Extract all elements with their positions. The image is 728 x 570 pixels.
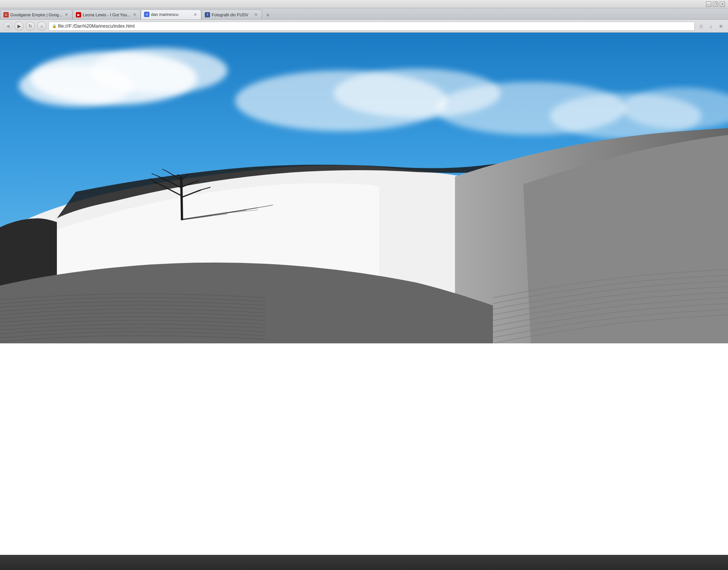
address-bar-right: ☆ ↓ ≡ [697,22,725,30]
url-bar[interactable]: 🔒 file:///F:/Dan%20Marinescu/index.html [49,22,695,31]
minimize-button[interactable]: — [706,2,711,7]
tab-close-leona[interactable]: ✕ [132,12,137,17]
forward-button[interactable]: ▶ [14,22,24,31]
tab-goodgame[interactable]: G Goodgame Empire | Goog... ✕ [0,9,72,19]
tab-close-facebook[interactable]: ✕ [253,12,259,17]
window-controls: — ❐ ✕ [706,2,725,7]
reload-button[interactable]: ↻ [26,22,35,31]
back-button[interactable]: ◀ [3,22,12,31]
home-button[interactable]: ⌂ [37,22,46,31]
svg-line-9 [181,177,182,220]
svg-point-3 [91,48,228,93]
webpage-content: dan marinescu [0,33,728,570]
maximize-button[interactable]: ❐ [713,2,718,7]
bookmark-button[interactable]: ☆ [697,22,705,30]
settings-button[interactable]: ≡ [717,22,725,30]
tab-favicon-leona: ▶ [76,12,81,17]
close-button[interactable]: ✕ [720,2,725,7]
tab-favicon-goodgame: G [3,12,9,17]
title-bar: — ❐ ✕ [0,0,728,8]
tab-label-goodgame: Goodgame Empire | Goog... [10,13,62,17]
url-text: file:///F:/Dan%20Marinescu/index.html [58,23,135,29]
hero-image [0,33,728,343]
url-lock-icon: 🔒 [52,24,56,28]
tab-dan[interactable]: d dan marinescu ✕ [141,9,201,19]
tab-bar: G Goodgame Empire | Goog... ✕ ▶ Leona Le… [0,8,728,20]
new-tab-button[interactable]: + [263,11,273,19]
desert-scene-svg [0,33,728,343]
tab-favicon-dan: d [144,12,149,17]
tab-label-leona: Leona Lewis - I Got You... [83,13,130,17]
tab-leona[interactable]: ▶ Leona Lewis - I Got You... ✕ [72,9,141,19]
download-button[interactable]: ↓ [707,22,715,30]
taskbar [0,555,728,570]
tab-close-dan[interactable]: ✕ [193,12,198,17]
tab-label-dan: dan marinescu [151,12,191,17]
browser-frame: — ❐ ✕ G Goodgame Empire | Goog... ✕ ▶ Le… [0,0,728,570]
tab-label-facebook: Fotografii din FUDV [212,13,252,17]
address-bar: ◀ ▶ ↻ ⌂ 🔒 file:///F:/Dan%20Marinescu/ind… [0,20,728,33]
below-hero-content [0,343,728,570]
tab-favicon-facebook: f [205,12,210,17]
tab-facebook[interactable]: f Fotografii din FUDV ✕ [201,9,262,19]
tab-close-goodgame[interactable]: ✕ [64,12,69,17]
